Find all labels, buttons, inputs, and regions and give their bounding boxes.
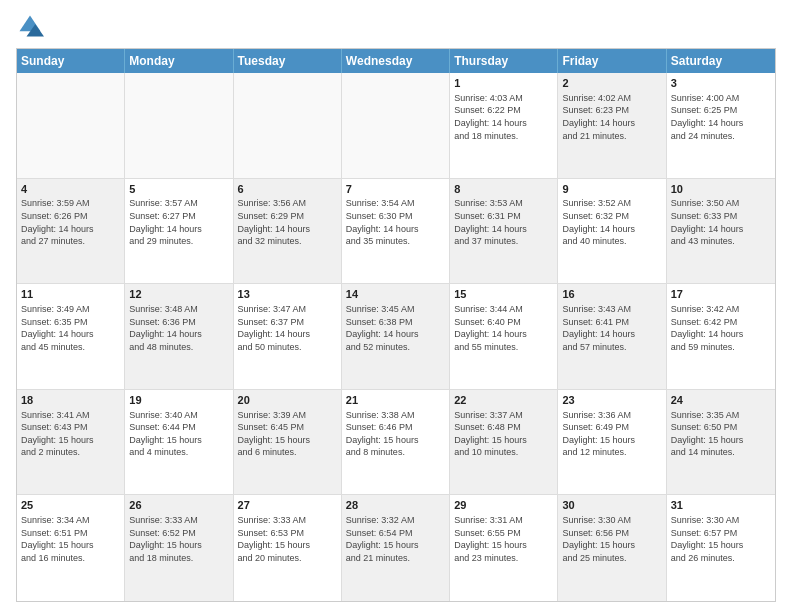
day-cell-5: 5Sunrise: 3:57 AM Sunset: 6:27 PM Daylig… (125, 179, 233, 284)
day-cell-23: 23Sunrise: 3:36 AM Sunset: 6:49 PM Dayli… (558, 390, 666, 495)
day-info: Sunrise: 3:38 AM Sunset: 6:46 PM Dayligh… (346, 409, 445, 459)
day-number: 31 (671, 498, 771, 513)
week-row-1: 1Sunrise: 4:03 AM Sunset: 6:22 PM Daylig… (17, 73, 775, 179)
day-number: 27 (238, 498, 337, 513)
empty-cell (125, 73, 233, 178)
day-info: Sunrise: 4:02 AM Sunset: 6:23 PM Dayligh… (562, 92, 661, 142)
header-day-friday: Friday (558, 49, 666, 73)
day-info: Sunrise: 3:49 AM Sunset: 6:35 PM Dayligh… (21, 303, 120, 353)
day-number: 11 (21, 287, 120, 302)
day-cell-9: 9Sunrise: 3:52 AM Sunset: 6:32 PM Daylig… (558, 179, 666, 284)
day-number: 26 (129, 498, 228, 513)
day-number: 12 (129, 287, 228, 302)
day-cell-11: 11Sunrise: 3:49 AM Sunset: 6:35 PM Dayli… (17, 284, 125, 389)
day-cell-30: 30Sunrise: 3:30 AM Sunset: 6:56 PM Dayli… (558, 495, 666, 601)
day-info: Sunrise: 3:47 AM Sunset: 6:37 PM Dayligh… (238, 303, 337, 353)
day-info: Sunrise: 3:30 AM Sunset: 6:56 PM Dayligh… (562, 514, 661, 564)
day-cell-26: 26Sunrise: 3:33 AM Sunset: 6:52 PM Dayli… (125, 495, 233, 601)
day-info: Sunrise: 3:35 AM Sunset: 6:50 PM Dayligh… (671, 409, 771, 459)
day-cell-6: 6Sunrise: 3:56 AM Sunset: 6:29 PM Daylig… (234, 179, 342, 284)
day-number: 7 (346, 182, 445, 197)
day-cell-4: 4Sunrise: 3:59 AM Sunset: 6:26 PM Daylig… (17, 179, 125, 284)
week-row-2: 4Sunrise: 3:59 AM Sunset: 6:26 PM Daylig… (17, 179, 775, 285)
day-number: 2 (562, 76, 661, 91)
week-row-4: 18Sunrise: 3:41 AM Sunset: 6:43 PM Dayli… (17, 390, 775, 496)
day-info: Sunrise: 3:48 AM Sunset: 6:36 PM Dayligh… (129, 303, 228, 353)
header-day-wednesday: Wednesday (342, 49, 450, 73)
day-info: Sunrise: 3:41 AM Sunset: 6:43 PM Dayligh… (21, 409, 120, 459)
day-info: Sunrise: 3:30 AM Sunset: 6:57 PM Dayligh… (671, 514, 771, 564)
day-info: Sunrise: 3:53 AM Sunset: 6:31 PM Dayligh… (454, 197, 553, 247)
day-cell-7: 7Sunrise: 3:54 AM Sunset: 6:30 PM Daylig… (342, 179, 450, 284)
day-cell-20: 20Sunrise: 3:39 AM Sunset: 6:45 PM Dayli… (234, 390, 342, 495)
day-info: Sunrise: 3:33 AM Sunset: 6:52 PM Dayligh… (129, 514, 228, 564)
day-cell-2: 2Sunrise: 4:02 AM Sunset: 6:23 PM Daylig… (558, 73, 666, 178)
calendar: SundayMondayTuesdayWednesdayThursdayFrid… (16, 48, 776, 602)
day-cell-15: 15Sunrise: 3:44 AM Sunset: 6:40 PM Dayli… (450, 284, 558, 389)
day-info: Sunrise: 3:36 AM Sunset: 6:49 PM Dayligh… (562, 409, 661, 459)
logo (16, 12, 48, 40)
day-number: 20 (238, 393, 337, 408)
day-number: 22 (454, 393, 553, 408)
day-info: Sunrise: 3:31 AM Sunset: 6:55 PM Dayligh… (454, 514, 553, 564)
day-info: Sunrise: 4:03 AM Sunset: 6:22 PM Dayligh… (454, 92, 553, 142)
calendar-header: SundayMondayTuesdayWednesdayThursdayFrid… (17, 49, 775, 73)
page: SundayMondayTuesdayWednesdayThursdayFrid… (0, 0, 792, 612)
day-cell-29: 29Sunrise: 3:31 AM Sunset: 6:55 PM Dayli… (450, 495, 558, 601)
day-number: 25 (21, 498, 120, 513)
day-number: 18 (21, 393, 120, 408)
day-number: 21 (346, 393, 445, 408)
day-cell-10: 10Sunrise: 3:50 AM Sunset: 6:33 PM Dayli… (667, 179, 775, 284)
day-cell-22: 22Sunrise: 3:37 AM Sunset: 6:48 PM Dayli… (450, 390, 558, 495)
day-cell-25: 25Sunrise: 3:34 AM Sunset: 6:51 PM Dayli… (17, 495, 125, 601)
day-cell-27: 27Sunrise: 3:33 AM Sunset: 6:53 PM Dayli… (234, 495, 342, 601)
day-info: Sunrise: 3:45 AM Sunset: 6:38 PM Dayligh… (346, 303, 445, 353)
day-info: Sunrise: 3:54 AM Sunset: 6:30 PM Dayligh… (346, 197, 445, 247)
day-number: 24 (671, 393, 771, 408)
day-info: Sunrise: 3:42 AM Sunset: 6:42 PM Dayligh… (671, 303, 771, 353)
header-day-monday: Monday (125, 49, 233, 73)
day-info: Sunrise: 4:00 AM Sunset: 6:25 PM Dayligh… (671, 92, 771, 142)
day-info: Sunrise: 3:50 AM Sunset: 6:33 PM Dayligh… (671, 197, 771, 247)
header-day-saturday: Saturday (667, 49, 775, 73)
day-cell-3: 3Sunrise: 4:00 AM Sunset: 6:25 PM Daylig… (667, 73, 775, 178)
day-number: 13 (238, 287, 337, 302)
day-number: 10 (671, 182, 771, 197)
calendar-body: 1Sunrise: 4:03 AM Sunset: 6:22 PM Daylig… (17, 73, 775, 601)
day-number: 16 (562, 287, 661, 302)
day-cell-31: 31Sunrise: 3:30 AM Sunset: 6:57 PM Dayli… (667, 495, 775, 601)
day-number: 15 (454, 287, 553, 302)
day-cell-16: 16Sunrise: 3:43 AM Sunset: 6:41 PM Dayli… (558, 284, 666, 389)
day-info: Sunrise: 3:56 AM Sunset: 6:29 PM Dayligh… (238, 197, 337, 247)
day-cell-28: 28Sunrise: 3:32 AM Sunset: 6:54 PM Dayli… (342, 495, 450, 601)
header-day-tuesday: Tuesday (234, 49, 342, 73)
day-cell-12: 12Sunrise: 3:48 AM Sunset: 6:36 PM Dayli… (125, 284, 233, 389)
day-number: 28 (346, 498, 445, 513)
day-cell-17: 17Sunrise: 3:42 AM Sunset: 6:42 PM Dayli… (667, 284, 775, 389)
day-info: Sunrise: 3:57 AM Sunset: 6:27 PM Dayligh… (129, 197, 228, 247)
day-number: 23 (562, 393, 661, 408)
day-number: 19 (129, 393, 228, 408)
header-day-sunday: Sunday (17, 49, 125, 73)
day-cell-8: 8Sunrise: 3:53 AM Sunset: 6:31 PM Daylig… (450, 179, 558, 284)
day-info: Sunrise: 3:33 AM Sunset: 6:53 PM Dayligh… (238, 514, 337, 564)
day-number: 1 (454, 76, 553, 91)
empty-cell (342, 73, 450, 178)
day-number: 8 (454, 182, 553, 197)
week-row-5: 25Sunrise: 3:34 AM Sunset: 6:51 PM Dayli… (17, 495, 775, 601)
day-number: 29 (454, 498, 553, 513)
day-info: Sunrise: 3:37 AM Sunset: 6:48 PM Dayligh… (454, 409, 553, 459)
day-cell-18: 18Sunrise: 3:41 AM Sunset: 6:43 PM Dayli… (17, 390, 125, 495)
day-cell-24: 24Sunrise: 3:35 AM Sunset: 6:50 PM Dayli… (667, 390, 775, 495)
day-info: Sunrise: 3:32 AM Sunset: 6:54 PM Dayligh… (346, 514, 445, 564)
day-info: Sunrise: 3:44 AM Sunset: 6:40 PM Dayligh… (454, 303, 553, 353)
day-number: 5 (129, 182, 228, 197)
day-info: Sunrise: 3:43 AM Sunset: 6:41 PM Dayligh… (562, 303, 661, 353)
day-info: Sunrise: 3:39 AM Sunset: 6:45 PM Dayligh… (238, 409, 337, 459)
day-cell-19: 19Sunrise: 3:40 AM Sunset: 6:44 PM Dayli… (125, 390, 233, 495)
day-number: 17 (671, 287, 771, 302)
day-number: 6 (238, 182, 337, 197)
day-number: 30 (562, 498, 661, 513)
week-row-3: 11Sunrise: 3:49 AM Sunset: 6:35 PM Dayli… (17, 284, 775, 390)
header (16, 12, 776, 40)
